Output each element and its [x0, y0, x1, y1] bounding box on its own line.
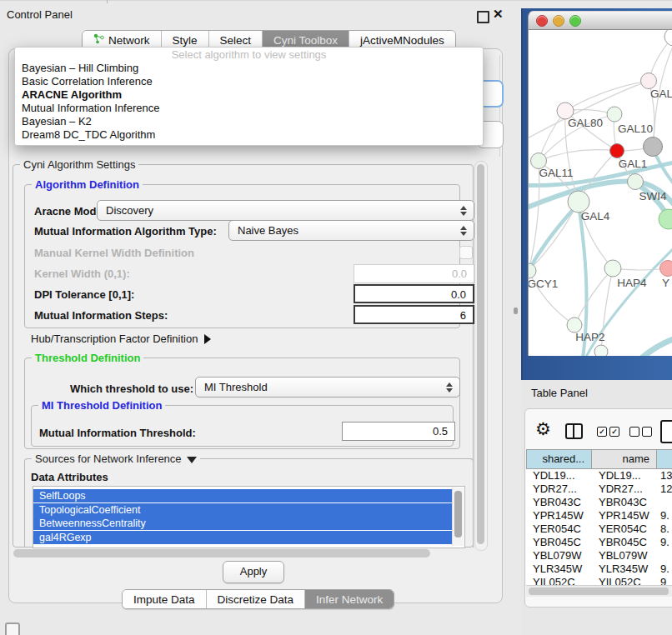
- table-cell[interactable]: YDL19...: [592, 469, 657, 482]
- table-cell[interactable]: YPR145W: [592, 509, 657, 522]
- network-window-titlebar[interactable]: [528, 11, 672, 30]
- network-view-canvas[interactable]: GALGAL80GAL10GAL1GAL11SWI4GAL4GCY1HAP4YH…: [528, 30, 672, 356]
- network-node[interactable]: [644, 138, 663, 157]
- table-cell[interactable]: YIL052C: [526, 576, 592, 585]
- list-scrollbar-thumb[interactable]: [454, 491, 462, 538]
- list-scrollbar[interactable]: [452, 488, 464, 546]
- apply-button[interactable]: Apply: [223, 561, 284, 583]
- column-header-name[interactable]: name: [592, 449, 657, 469]
- table-cell[interactable]: 9.: [657, 536, 672, 549]
- settings-vscroll-thumb[interactable]: [477, 164, 484, 544]
- dropdown-item[interactable]: Mutual Information Inference: [15, 102, 483, 115]
- settings-horizontal-scrollbar-thumb[interactable]: [13, 549, 430, 558]
- tab-discretize-data[interactable]: Discretize Data: [207, 590, 306, 608]
- attribute-list-item[interactable]: SelfLoops: [33, 489, 458, 502]
- table-row[interactable]: YBL079WYBL079W: [526, 549, 672, 562]
- table-cell[interactable]: 9.: [657, 509, 672, 522]
- table-row[interactable]: YPR145WYPR145W9.: [526, 509, 672, 522]
- column-header-partial[interactable]: [657, 449, 672, 469]
- dropdown-item-selected[interactable]: ARACNE Algorithm: [15, 88, 483, 102]
- table-row[interactable]: YBR043CYBR043C: [526, 496, 672, 509]
- data-attributes-list[interactable]: SelfLoopsTopologicalCoefficientBetweenne…: [33, 486, 465, 548]
- close-window-icon[interactable]: [536, 15, 548, 27]
- table-row[interactable]: YIL052CYIL052C9: [526, 576, 672, 585]
- network-node-gal1[interactable]: [610, 144, 624, 158]
- zoom-window-icon[interactable]: [569, 15, 581, 27]
- table-cell[interactable]: [657, 549, 672, 562]
- table-cell[interactable]: [657, 496, 672, 509]
- settings-vertical-scrollbar[interactable]: [474, 161, 488, 551]
- mi-steps-field[interactable]: 6: [354, 305, 474, 324]
- network-node[interactable]: [659, 209, 672, 229]
- column-header-shared-name[interactable]: shared...: [526, 449, 592, 469]
- mi-threshold-field[interactable]: 0.5: [342, 422, 455, 441]
- tab-impute-data[interactable]: Impute Data: [123, 590, 207, 608]
- table-row[interactable]: YLR345WYLR345W9.: [526, 562, 672, 576]
- table-cell[interactable]: 8.: [657, 522, 672, 536]
- mi-steps-label: Mutual Information Steps:: [34, 309, 168, 322]
- table-row[interactable]: YBR045CYBR045C9.: [526, 536, 672, 549]
- table-cell[interactable]: YER054C: [526, 522, 592, 536]
- table-cell[interactable]: YER054C: [592, 522, 657, 536]
- attribute-list-item[interactable]: BetweennessCentrality: [33, 517, 458, 530]
- table-cell[interactable]: YPR145W: [526, 509, 592, 522]
- network-node-swi4[interactable]: [628, 174, 644, 190]
- table-row[interactable]: YDL19...YDL19...13: [526, 469, 672, 482]
- docked-panel-icon[interactable]: [5, 622, 20, 635]
- table-cell[interactable]: YBL079W: [526, 549, 592, 562]
- aracne-mode-combobox[interactable]: Discovery: [97, 200, 474, 221]
- network-edge[interactable]: [539, 150, 617, 161]
- hub-definition-expander[interactable]: Hub/Transcription Factor Definition: [31, 332, 211, 345]
- split-view-icon[interactable]: [565, 423, 583, 439]
- network-node[interactable]: [594, 345, 608, 356]
- tab-infer-network[interactable]: Infer Network: [305, 590, 394, 608]
- sources-group-title[interactable]: Sources for Network Inference: [32, 452, 200, 465]
- show-columns-icon[interactable]: ✓ ✓: [597, 427, 619, 437]
- table-cell[interactable]: YBL079W: [592, 549, 657, 562]
- table-cell[interactable]: YIL052C: [592, 576, 657, 585]
- table-row[interactable]: YDR27...YDR27...12: [526, 482, 672, 496]
- table-cell[interactable]: YLR345W: [526, 562, 592, 576]
- hide-columns-icon[interactable]: [629, 427, 652, 437]
- table-cell[interactable]: YBR043C: [592, 496, 657, 509]
- network-node-y[interactable]: [660, 261, 672, 277]
- table-row[interactable]: YER054CYER054C8.: [526, 522, 672, 536]
- table-cell[interactable]: YDL19...: [526, 469, 592, 482]
- table-hscroll-thumb[interactable]: [529, 588, 669, 595]
- mi-algorithm-type-combobox[interactable]: Naive Bayes: [228, 220, 474, 241]
- table-cell[interactable]: YDR27...: [526, 482, 592, 496]
- table-cell[interactable]: YLR345W: [592, 562, 657, 576]
- dropdown-item[interactable]: Bayesian – Hill Climbing: [15, 62, 483, 75]
- close-panel-icon[interactable]: ✕: [493, 7, 504, 22]
- table-cell[interactable]: 9: [657, 576, 672, 585]
- table-cell[interactable]: YBR043C: [526, 496, 592, 509]
- network-node-gcy1[interactable]: [529, 263, 536, 278]
- table-horizontal-scrollbar[interactable]: [526, 585, 672, 597]
- dropdown-item[interactable]: Basic Correlation Inference: [15, 75, 483, 88]
- table-cell[interactable]: YBR045C: [592, 536, 657, 549]
- kernel-width-field[interactable]: 0.0: [354, 264, 474, 283]
- manual-kernel-width-checkbox[interactable]: [459, 246, 473, 259]
- attribute-list-item[interactable]: TopologicalCoefficient: [33, 503, 458, 517]
- attribute-list-item[interactable]: gal4RGexp: [33, 531, 458, 544]
- table-cell[interactable]: 13: [657, 469, 672, 482]
- network-edge-strong[interactable]: [641, 338, 672, 356]
- dropdown-item[interactable]: Bayesian – K2: [15, 115, 483, 128]
- float-panel-icon[interactable]: [477, 11, 489, 23]
- table-cell[interactable]: YDR27...: [592, 482, 657, 496]
- network-node-gal[interactable]: [641, 73, 657, 89]
- network-node-gal10[interactable]: [607, 107, 622, 122]
- network-node-hap4[interactable]: [604, 260, 621, 277]
- table-settings-gear-icon[interactable]: ⚙: [535, 418, 551, 440]
- table-cell[interactable]: 9.: [657, 562, 672, 576]
- which-threshold-combobox[interactable]: MI Threshold: [195, 377, 460, 398]
- table-cell[interactable]: YBR045C: [526, 536, 592, 549]
- table-function-icon[interactable]: [660, 420, 672, 443]
- network-node-label: GAL4: [581, 210, 610, 222]
- panel-divider-handle[interactable]: [514, 308, 518, 314]
- dpi-tolerance-field[interactable]: 0.0: [354, 284, 474, 303]
- table-cell[interactable]: 12: [657, 482, 672, 496]
- network-node[interactable]: [664, 30, 672, 46]
- minimize-window-icon[interactable]: [553, 15, 564, 27]
- dropdown-item[interactable]: Dream8 DC_TDC Algorithm: [15, 128, 483, 142]
